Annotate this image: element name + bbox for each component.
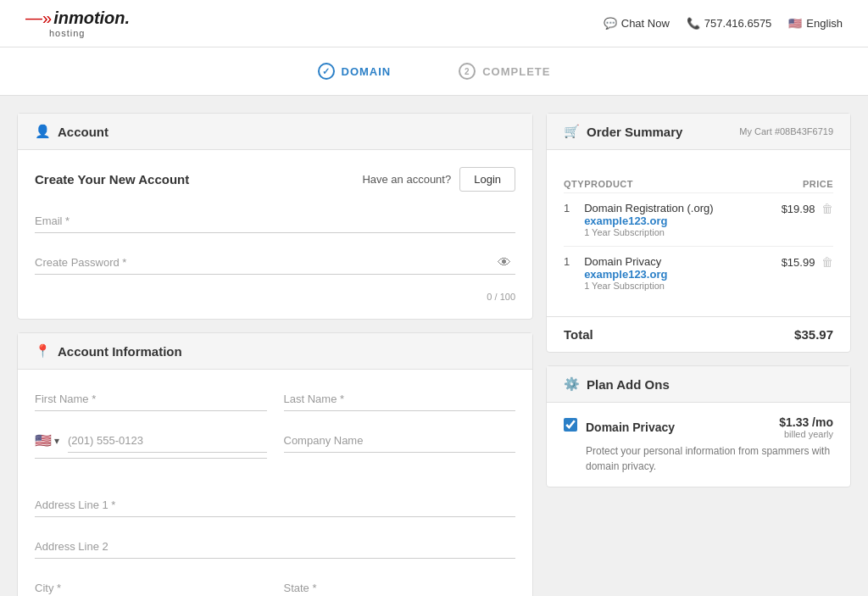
address2-input[interactable] [35,534,515,559]
delete-item-1-icon[interactable]: 🗑 [821,255,833,269]
addon-item: Domain Privacy $1.33 /mo billed yearly P… [564,415,833,474]
password-input[interactable] [35,250,515,275]
order-price-0: $19.98 🗑 [762,193,833,247]
addon-billed: billed yearly [779,429,833,439]
phone-company-row: 🇺🇸 ▾ [35,428,515,476]
chat-label: Chat Now [621,17,670,30]
address1-input[interactable] [35,493,515,517]
product-sub-0: 1 Year Subscription [584,227,762,237]
company-col [284,428,516,476]
char-count: 0 / 100 [35,292,515,302]
order-table: QTY PRODUCT PRICE 1 Domain Registration … [564,175,833,299]
addon-info: Domain Privacy $1.33 /mo billed yearly P… [586,415,833,474]
progress-step-complete: 2 COMPLETE [459,63,550,80]
account-info-section: 📍 Account Information [17,332,533,596]
city-state-row [35,576,515,596]
order-product-0: Domain Registration (.org) example123.or… [584,193,762,247]
city-input[interactable] [35,576,267,596]
map-icon: 📍 [35,343,51,359]
user-icon: 👤 [35,124,51,139]
header: —» inmotion. hosting 💬 Chat Now 📞 757.41… [0,0,868,47]
delete-item-0-icon[interactable]: 🗑 [821,202,833,215]
phone-text: 757.416.6575 [704,17,772,30]
account-section-body: Create Your New Account Have an account?… [18,150,532,319]
plan-addons-header: ⚙️ Plan Add Ons [547,366,850,403]
order-qty-0: 1 [564,193,584,247]
left-column: 👤 Account Create Your New Account Have a… [17,113,533,596]
main-content: 👤 Account Create Your New Account Have a… [0,96,868,596]
phone-row: 🇺🇸 ▾ [35,428,267,459]
state-input[interactable] [284,576,516,596]
first-name-input[interactable] [35,387,267,411]
logo-arrow-icon: —» [25,8,52,28]
address2-row [35,534,515,559]
chat-button[interactable]: 💬 Chat Now [604,17,670,30]
account-section-header: 👤 Account [18,114,532,150]
us-flag-icon: 🇺🇸 [35,432,52,448]
show-password-icon[interactable]: 👁 [498,255,511,270]
total-label: Total [564,327,593,342]
qty-col-header: QTY [564,175,584,193]
company-input[interactable] [284,428,516,453]
account-info-label: Account Information [58,344,182,359]
product-domain-0: example123.org [584,214,762,227]
domain-label: DOMAIN [342,65,392,78]
order-price-1: $15.99 🗑 [762,247,833,300]
email-field [35,209,515,233]
order-table-row: 1 Domain Privacy example123.org 1 Year S… [564,247,833,300]
language-label: English [806,17,843,30]
header-right: 💬 Chat Now 📞 757.416.6575 🇺🇸 English [604,17,843,30]
logo-brand: inmotion. [53,8,130,28]
product-domain-1: example123.org [584,268,762,281]
product-sub-1: 1 Year Subscription [584,281,762,291]
total-row: Total $35.97 [547,316,850,352]
addon-description: Protect your personal information from s… [586,443,833,474]
domain-privacy-checkbox[interactable] [564,418,577,432]
first-name-col [35,387,267,411]
last-name-col [284,387,516,411]
product-col-header: PRODUCT [584,175,762,193]
plan-addons-section: ⚙️ Plan Add Ons Domain Privacy $1.33 /mo… [546,365,851,487]
addon-name: Domain Privacy [586,421,675,434]
addon-icon: ⚙️ [564,376,580,392]
email-input[interactable] [35,209,515,233]
product-name-1: Domain Privacy [584,255,762,268]
price-col-header: PRICE [762,175,833,193]
phone-input[interactable] [68,428,267,453]
chat-icon: 💬 [604,17,617,30]
account-form-title: Create Your New Account [35,172,189,187]
addon-title-row: Domain Privacy $1.33 /mo billed yearly [586,415,833,439]
order-summary-header: 🛒 Order Summary My Cart #08B43F6719 [547,114,850,150]
order-table-row: 1 Domain Registration (.org) example123.… [564,193,833,247]
phone-number: 📞 757.416.6575 [687,17,772,30]
account-info-header: 📍 Account Information [18,333,532,370]
city-col [35,576,267,596]
have-account-text: Have an account? [362,173,451,186]
state-col [284,576,516,596]
order-summary-label: Order Summary [587,125,682,139]
language-selector[interactable]: 🇺🇸 English [788,17,843,30]
order-product-1: Domain Privacy example123.org 1 Year Sub… [584,247,762,300]
phone-icon: 📞 [687,17,700,30]
phone-col: 🇺🇸 ▾ [35,428,267,476]
account-header-label: Account [58,125,108,139]
order-summary-body: QTY PRODUCT PRICE 1 Domain Registration … [547,150,850,316]
addon-price-main: $1.33 /mo [779,415,833,429]
addon-body: Domain Privacy $1.33 /mo billed yearly P… [547,403,850,487]
order-qty-1: 1 [564,247,584,300]
product-name-0: Domain Registration (.org) [584,202,762,214]
last-name-input[interactable] [284,387,516,411]
address1-row [35,493,515,517]
complete-label: COMPLETE [482,65,550,78]
cart-icon: 🛒 [564,124,580,139]
complete-circle-icon: 2 [459,63,476,80]
phone-flag[interactable]: 🇺🇸 ▾ [35,432,59,448]
domain-check-icon [318,63,335,80]
login-button[interactable]: Login [459,167,515,192]
account-info-form: 🇺🇸 ▾ [18,370,532,596]
progress-step-domain: DOMAIN [318,63,392,80]
account-top-row: Create Your New Account Have an account?… [35,167,515,192]
password-field-wrapper: 👁 [35,250,515,275]
progress-bar: DOMAIN 2 COMPLETE [0,47,868,96]
total-value: $35.97 [794,327,833,342]
